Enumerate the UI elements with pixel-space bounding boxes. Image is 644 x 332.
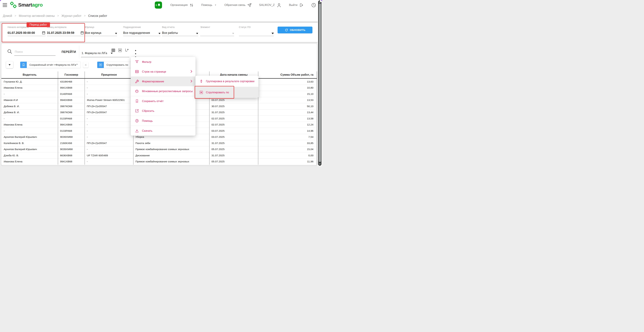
filter-panel: Период работ Начало интервала01.07.2025 … bbox=[1, 23, 318, 42]
nav-item-label: Организация bbox=[170, 3, 188, 7]
page-scrollbar bbox=[318, 0, 322, 166]
app-logo[interactable]: Smartagro bbox=[10, 1, 43, 9]
table-row[interactable]: Дзюба Ю. В.6636ХВ68UF TZAR 600\489Дисков… bbox=[1, 152, 317, 159]
submenu-item-group[interactable]: Сгруппировать по bbox=[196, 87, 258, 98]
table-view-icon[interactable] bbox=[111, 48, 116, 53]
cell-11-4: 05.07.2025 bbox=[210, 146, 258, 153]
refresh-button[interactable]: ОБНОВИТЬ bbox=[278, 27, 312, 33]
cell-11-3: Прямое комбайнирование озимых зерновых bbox=[134, 146, 210, 153]
select-input[interactable]: Все работы bbox=[162, 30, 198, 36]
cell-13-0: Иванова Елена bbox=[1, 159, 58, 165]
breadcrumb-item-2[interactable]: Журнал работ bbox=[62, 14, 82, 18]
cell-12-1: 6636ХВ68 bbox=[58, 152, 85, 159]
scrollbar-up-arrow[interactable] bbox=[319, 1, 321, 3]
nav-item-person[interactable]: SALIKOV_Z bbox=[259, 3, 282, 8]
cell-8-5: 14,96 bbox=[258, 128, 317, 134]
search-input[interactable]: Поиск bbox=[15, 50, 23, 54]
filter-field-label: Элемент bbox=[200, 26, 234, 29]
chips-dropdown-button[interactable] bbox=[6, 61, 13, 68]
select-input[interactable]: Все юрлица bbox=[85, 30, 117, 36]
breadcrumb-item-1[interactable]: Монитор активной смены bbox=[19, 14, 55, 18]
calendar-icon[interactable] bbox=[42, 31, 46, 35]
column-header-2[interactable]: Прицепное bbox=[85, 71, 134, 79]
column-header-1[interactable]: Госномер bbox=[58, 71, 85, 79]
cell-3-1: 9940ХВ68 bbox=[58, 97, 85, 103]
cell-12-0: Дзюба Ю. В. bbox=[1, 152, 58, 159]
cell-12-2: UF TZAR 600\489 bbox=[85, 152, 134, 159]
menu-item-help[interactable]: Помощь bbox=[131, 116, 196, 126]
cell-0-0: Глуханюк Ю. Д. bbox=[1, 79, 58, 85]
nav-item-plane[interactable]: Обратная связь bbox=[224, 3, 252, 8]
bookmark-icon bbox=[135, 99, 139, 103]
header-nav: ОрганизацияПомощьОбратная связьSALIKOV_Z… bbox=[170, 3, 316, 8]
topbar: Smartagro 1 ОрганизацияПомощьОбратная св… bbox=[0, 0, 322, 10]
filter-field-2: ЮрлицоВсе юрлица bbox=[85, 26, 117, 36]
cell-10-3: Пахота зяби bbox=[134, 140, 210, 146]
column-header-5[interactable]: Сумма Объем работ, га bbox=[258, 71, 317, 79]
table-row[interactable]: Колейников В. В.2160КХ68ПП-(9+2)x35\547П… bbox=[1, 140, 317, 146]
column-header-0[interactable]: Водитель bbox=[1, 71, 58, 79]
cell-10-1: 2160КХ68 bbox=[58, 140, 85, 146]
menu-item-rows[interactable]: Строк на странице bbox=[131, 67, 196, 76]
menu-item-format[interactable]: Форматирование bbox=[131, 76, 196, 86]
nav-item-swap[interactable]: Организация bbox=[170, 3, 194, 8]
cell-5-5: 13,44 bbox=[258, 109, 317, 116]
rows-icon bbox=[135, 69, 139, 74]
nav-item-label: Выйти bbox=[289, 3, 298, 7]
filter-field-6: Статус ПЗ bbox=[239, 26, 274, 36]
submenu-item-sortgroup[interactable]: Группировка в результате сортировки bbox=[196, 76, 258, 87]
breadcrumb: Домой>Монитор активной смены>Журнал рабо… bbox=[0, 10, 322, 22]
table-row[interactable]: Архипов Валерий Юрьевич9039ХМ68-Прямое к… bbox=[1, 146, 317, 153]
saved-report-chip-close-button[interactable] bbox=[83, 62, 88, 68]
saved-report-chip[interactable]: Сохранённый отчёт =Формула по Л/Га"" bbox=[20, 62, 81, 68]
filter-field-0: Начало интервала01.07.2025 00:00:00 bbox=[8, 26, 46, 36]
menu-item-bookmark[interactable]: Сохранить отчёт bbox=[131, 96, 196, 106]
filter-field-4: Вид отчетаВсе работы bbox=[162, 26, 198, 36]
menu-item-download[interactable]: Скачать bbox=[131, 126, 196, 136]
table-row[interactable]: Иванова Елена9941ХВ68-Прямое комбайниров… bbox=[1, 159, 317, 165]
cell-6-2: - bbox=[85, 116, 134, 122]
scrollbar-down-arrow[interactable] bbox=[319, 163, 321, 165]
scrollbar-thumb[interactable] bbox=[319, 3, 321, 162]
report-select[interactable]: 1. Формула по Л/Га bbox=[82, 52, 107, 55]
cell-11-1: 9039ХМ68 bbox=[58, 146, 85, 153]
date-input[interactable]: 01.07.2025 00:00:00 bbox=[8, 30, 46, 36]
menu-item-reset[interactable]: Сбросить bbox=[131, 106, 196, 116]
more-options-button[interactable] bbox=[134, 50, 137, 57]
group-by-icon[interactable] bbox=[118, 48, 122, 53]
cell-5-1: 3987КО68 bbox=[58, 109, 85, 116]
hamburger-menu-button[interactable] bbox=[3, 3, 7, 7]
logo-icon bbox=[10, 1, 17, 9]
go-button[interactable]: ПЕРЕЙТИ bbox=[60, 50, 77, 54]
group-by-chip[interactable]: Сгруппировать по bbox=[97, 62, 131, 68]
submenu-item-label: Сгруппировать по bbox=[206, 91, 229, 94]
pivot-icon[interactable] bbox=[124, 48, 129, 53]
caret-down-icon bbox=[158, 33, 160, 34]
cell-12-4: 31.07.2025 bbox=[210, 152, 258, 159]
menu-item-history[interactable]: Мгновенные ретроспективные запросы bbox=[131, 86, 196, 96]
select-input[interactable] bbox=[239, 30, 274, 36]
nav-item-caret[interactable]: Помощь bbox=[201, 3, 217, 7]
group-by-chip-label: Сгруппировать по bbox=[104, 62, 131, 68]
cell-7-2: - bbox=[85, 122, 134, 128]
menu-item-label: Помощь bbox=[142, 119, 153, 122]
plane-icon bbox=[247, 3, 252, 8]
nav-item-logout[interactable]: Выйти bbox=[289, 3, 304, 8]
swap-icon bbox=[189, 3, 194, 8]
select-input[interactable] bbox=[200, 30, 234, 36]
calendar-icon[interactable] bbox=[80, 31, 84, 35]
breadcrumb-item-0[interactable]: Домой bbox=[3, 14, 12, 18]
filter-field-label: Подразделение bbox=[123, 26, 160, 29]
select-input[interactable]: Все подразделения bbox=[123, 30, 160, 36]
menu-item-filter[interactable]: Фильтр bbox=[131, 57, 196, 67]
filter-field-value: Все подразделения bbox=[123, 31, 150, 35]
cell-9-1: 9039ХМ68 bbox=[58, 134, 85, 140]
caret-down-icon bbox=[232, 33, 234, 34]
cell-0-2: - bbox=[85, 79, 134, 85]
cell-4-1: 3987КО68 bbox=[58, 103, 85, 109]
caret-down-icon bbox=[115, 33, 117, 34]
notifications-button[interactable]: 1 bbox=[155, 2, 162, 9]
search-icon[interactable] bbox=[7, 49, 12, 54]
date-input[interactable]: 31.07.2025 23:59:59 bbox=[47, 30, 84, 36]
nav-item-clock[interactable] bbox=[311, 3, 316, 8]
